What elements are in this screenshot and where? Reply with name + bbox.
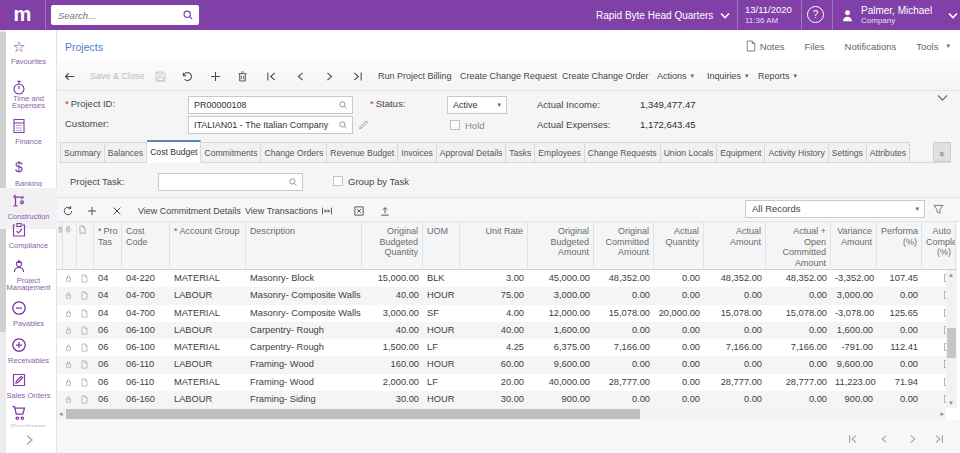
grid-row[interactable]: 0404-700LABOURMasonry- Composite Walls40… — [57, 287, 946, 304]
tab-employees[interactable]: Employees — [535, 142, 585, 163]
note-icon[interactable] — [80, 378, 89, 387]
cell[interactable]: 4.00 — [460, 305, 528, 322]
cell[interactable]: 04 — [94, 270, 122, 287]
tab-change-requests[interactable]: Change Requests — [585, 142, 661, 163]
cell[interactable]: 0.00 — [766, 391, 831, 408]
records-filter-select[interactable]: All Records ▾ — [745, 200, 925, 218]
reports-button[interactable]: Reports▾ — [758, 62, 797, 90]
sidebar-expand-button[interactable] — [22, 433, 36, 447]
vertical-scrollbar[interactable]: ▲ ▼ — [946, 270, 957, 408]
cell[interactable]: 48,352.00 — [766, 270, 831, 287]
cell[interactable]: 3,000.00 — [831, 287, 877, 304]
page-last-icon[interactable] — [933, 433, 945, 445]
cell[interactable]: 06 — [94, 322, 122, 339]
notifications-button[interactable]: Notifications — [845, 41, 897, 52]
delete-row-button[interactable] — [111, 199, 123, 222]
grid-row[interactable]: 0404-700MATERIALMasonry- Composite Walls… — [57, 305, 946, 322]
cell[interactable]: 0.00 — [654, 270, 704, 287]
cell[interactable]: 0.00 — [877, 322, 922, 339]
cell[interactable]: 3.00 — [460, 270, 528, 287]
cell[interactable]: 40.00 — [460, 322, 528, 339]
cell[interactable]: 15,000.00 — [362, 270, 423, 287]
last-button[interactable] — [351, 62, 364, 90]
save-close-button[interactable]: Save & Close — [90, 62, 145, 90]
status-select[interactable]: Active ▾ — [447, 96, 507, 114]
vertical-scrollbar-thumb[interactable] — [947, 328, 956, 358]
cell[interactable]: 04-700 — [122, 305, 170, 322]
cell[interactable]: HOUR — [423, 356, 460, 373]
column-header-pro-tas[interactable]: *Pro Tas — [94, 222, 122, 269]
tab-activity-history[interactable]: Activity History — [765, 142, 828, 163]
column-header-account-group[interactable]: *Account Group — [170, 222, 246, 269]
inquiries-button[interactable]: Inquiries▾ — [707, 62, 749, 90]
cell[interactable]: Carpentry- Rough — [246, 339, 362, 356]
view-commitment-details-button[interactable]: View Commitment Details — [138, 199, 241, 222]
cell[interactable]: 45,000.00 — [528, 270, 594, 287]
cell[interactable]: 900.00 — [528, 391, 594, 408]
cell[interactable]: 12,000.00 — [528, 305, 594, 322]
cell[interactable]: 40,000.00 — [528, 374, 594, 391]
tab-equipment[interactable]: Equipment — [717, 142, 765, 163]
cell[interactable]: HOUR — [423, 391, 460, 408]
lookup-icon[interactable] — [288, 177, 298, 187]
cell[interactable]: 0.00 — [877, 391, 922, 408]
next-button[interactable] — [323, 62, 336, 90]
tab-balances[interactable]: Balances — [105, 142, 147, 163]
cell[interactable]: 06-110 — [122, 374, 170, 391]
edit-customer-icon[interactable] — [357, 119, 369, 131]
tab-summary[interactable]: Summary — [60, 142, 105, 163]
tab-settings[interactable]: Settings — [829, 142, 867, 163]
cell[interactable]: 60.00 — [460, 356, 528, 373]
cell[interactable]: 04 — [94, 287, 122, 304]
cell[interactable]: -3,352.00 — [831, 270, 877, 287]
lookup-icon[interactable] — [338, 100, 348, 110]
files-button[interactable]: Files — [804, 41, 824, 52]
cell[interactable]: 04 — [94, 305, 122, 322]
page-first-icon[interactable] — [847, 433, 859, 445]
cell[interactable]: HOUR — [423, 287, 460, 304]
cell[interactable]: 0.00 — [654, 322, 704, 339]
cell[interactable]: 0.00 — [877, 356, 922, 373]
cell[interactable]: 04-700 — [122, 287, 170, 304]
cell[interactable]: Framing- Wood — [246, 356, 362, 373]
column-header-unit-rate[interactable]: Unit Rate — [460, 222, 528, 269]
cell[interactable]: -791.00 — [831, 339, 877, 356]
tab-invoices[interactable]: Invoices — [398, 142, 437, 163]
note-icon[interactable] — [80, 326, 89, 335]
cell[interactable]: 0.00 — [654, 356, 704, 373]
cell[interactable]: -3,078.00 — [831, 305, 877, 322]
help-button[interactable]: ? — [807, 6, 824, 23]
back-button[interactable] — [63, 62, 76, 90]
cell[interactable]: 15,078.00 — [766, 305, 831, 322]
cell[interactable]: 06-100 — [122, 322, 170, 339]
cell[interactable]: 30.00 — [460, 391, 528, 408]
cell[interactable]: 28,777.00 — [766, 374, 831, 391]
cell[interactable]: 15,078.00 — [704, 305, 766, 322]
cell[interactable]: 48,352.00 — [594, 270, 654, 287]
cell[interactable]: LF — [423, 339, 460, 356]
lookup-icon[interactable] — [338, 120, 348, 130]
cell[interactable]: LABOUR — [170, 356, 246, 373]
cell[interactable]: BLK — [423, 270, 460, 287]
cell[interactable]: 0.00 — [766, 322, 831, 339]
project-task-field[interactable] — [158, 173, 303, 191]
grid-row[interactable]: 0606-100LABOURCarpentry- Rough40.00HOUR4… — [57, 322, 946, 339]
cell[interactable]: 06 — [94, 391, 122, 408]
column-header-paperclip[interactable] — [63, 222, 77, 269]
cell[interactable]: 0.00 — [877, 287, 922, 304]
cell[interactable]: 30.00 — [362, 391, 423, 408]
cell[interactable]: 06 — [94, 356, 122, 373]
cell[interactable]: Framing- Siding — [246, 391, 362, 408]
column-header-description[interactable]: Description — [246, 222, 362, 269]
cell[interactable]: 48,352.00 — [704, 270, 766, 287]
cell[interactable]: MATERIAL — [170, 270, 246, 287]
create-change-request-button[interactable]: Create Change Request — [460, 62, 557, 90]
cell[interactable]: 1,500.00 — [362, 339, 423, 356]
tab-approval-details[interactable]: Approval Details — [437, 142, 507, 163]
cell[interactable]: 0.00 — [654, 339, 704, 356]
add-button[interactable] — [209, 62, 222, 90]
cell[interactable]: 0.00 — [766, 356, 831, 373]
cell[interactable]: 107.45 — [877, 270, 922, 287]
cell[interactable]: 7,166.00 — [766, 339, 831, 356]
scroll-right-icon[interactable]: ▸ — [940, 410, 944, 418]
